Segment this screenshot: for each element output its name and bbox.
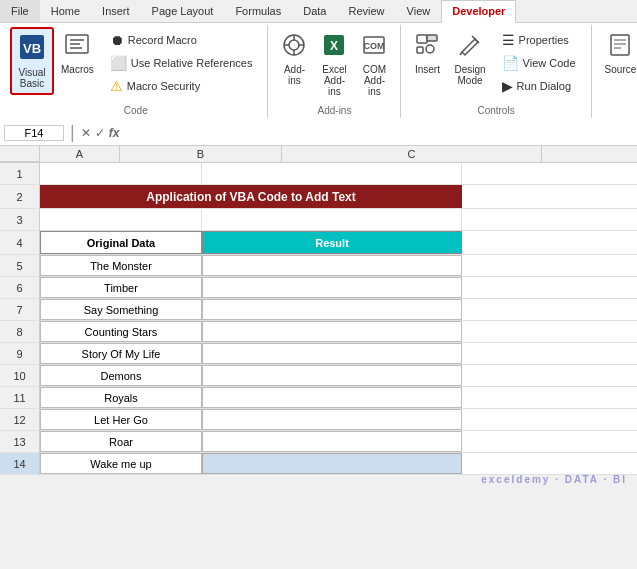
design-mode-button[interactable]: DesignMode: [447, 27, 492, 91]
cell-c13[interactable]: [202, 431, 462, 452]
cell-c9[interactable]: [202, 343, 462, 364]
row-header-6[interactable]: 6: [0, 277, 40, 299]
tab-data[interactable]: Data: [292, 0, 337, 22]
row-header-9[interactable]: 9: [0, 343, 40, 365]
design-mode-icon: [457, 32, 483, 62]
record-macro-button[interactable]: ⏺ Record Macro: [105, 29, 258, 51]
cell-c11[interactable]: [202, 387, 462, 408]
cancel-icon[interactable]: ✕: [81, 126, 91, 140]
tab-page-layout[interactable]: Page Layout: [141, 0, 225, 22]
tab-view[interactable]: View: [396, 0, 442, 22]
row-header-2[interactable]: 2: [0, 185, 40, 209]
table-row: Let Her Go: [40, 409, 637, 431]
col-header-c[interactable]: C: [282, 146, 542, 162]
row-header-10[interactable]: 10: [0, 365, 40, 387]
insert-label: Insert: [415, 64, 440, 75]
macro-options-group: ⏺ Record Macro ⬜ Use Relative References…: [101, 27, 262, 99]
row-header-7[interactable]: 7: [0, 299, 40, 321]
excel-add-ins-button[interactable]: X ExcelAdd-ins: [314, 27, 354, 102]
svg-rect-23: [611, 35, 629, 55]
tab-formulas[interactable]: Formulas: [224, 0, 292, 22]
view-code-button[interactable]: 📄 View Code: [497, 52, 581, 74]
tab-review[interactable]: Review: [337, 0, 395, 22]
cell-c4-header[interactable]: Result: [202, 231, 462, 254]
row-header-8[interactable]: 8: [0, 321, 40, 343]
cell-b14[interactable]: Wake me up: [40, 453, 202, 474]
cell-b10[interactable]: Demons: [40, 365, 202, 386]
svg-point-7: [289, 40, 299, 50]
cell-b7[interactable]: Say Something: [40, 299, 202, 320]
visual-basic-icon: VB: [18, 33, 46, 65]
row-header-11[interactable]: 11: [0, 387, 40, 409]
confirm-icon[interactable]: ✓: [95, 126, 105, 140]
cell-b6[interactable]: Timber: [40, 277, 202, 298]
cell-c14[interactable]: [202, 453, 462, 474]
row-header-14[interactable]: 14: [0, 453, 40, 475]
code-group-label: Code: [4, 105, 267, 116]
table-row: Timber: [40, 277, 637, 299]
record-macro-label: Record Macro: [128, 34, 197, 46]
code-group: VB VisualBasic Macros: [4, 25, 268, 118]
col-header-a[interactable]: A: [40, 146, 120, 162]
tab-developer[interactable]: Developer: [441, 0, 516, 23]
col-headers: A B C: [0, 146, 637, 163]
source-icon: [607, 32, 633, 62]
properties-button[interactable]: ☰ Properties: [497, 29, 581, 51]
cell-b11[interactable]: Royals: [40, 387, 202, 408]
relative-references-label: Use Relative References: [131, 57, 253, 69]
cell-c8[interactable]: [202, 321, 462, 342]
tab-insert[interactable]: Insert: [91, 0, 141, 22]
visual-basic-label: VisualBasic: [18, 67, 45, 89]
cell-c12[interactable]: [202, 409, 462, 430]
add-ins-group-content: Add-ins X ExcelAdd-ins C: [274, 27, 394, 116]
ribbon-content: VB VisualBasic Macros: [0, 23, 637, 120]
formula-input[interactable]: [123, 126, 633, 140]
add-ins-group: Add-ins X ExcelAdd-ins C: [268, 25, 401, 118]
tab-file[interactable]: File: [0, 0, 40, 22]
controls-group-content: Insert DesignMode ☰ Proper: [407, 27, 584, 116]
ribbon-tabs: File Home Insert Page Layout Formulas Da…: [0, 0, 637, 23]
macros-button[interactable]: Macros: [54, 27, 101, 80]
cell-title[interactable]: Application of VBA Code to Add Text: [40, 185, 462, 208]
name-box[interactable]: [4, 125, 64, 141]
cell-b8[interactable]: Counting Stars: [40, 321, 202, 342]
cell-c6[interactable]: [202, 277, 462, 298]
table-row: Original Data Result: [40, 231, 637, 255]
source-label: Source: [605, 64, 637, 75]
com-add-ins-button[interactable]: COM COMAdd-ins: [354, 27, 394, 102]
insert-control-button[interactable]: Insert: [407, 27, 447, 80]
cell-c1[interactable]: [202, 163, 462, 184]
macro-security-button[interactable]: ⚠ Macro Security: [105, 75, 258, 97]
table-row: Wake me up: [40, 453, 637, 475]
run-dialog-button[interactable]: ▶ Run Dialog: [497, 75, 581, 97]
cell-b1[interactable]: [40, 163, 202, 184]
row-header-13[interactable]: 13: [0, 431, 40, 453]
add-ins-button[interactable]: Add-ins: [274, 27, 314, 91]
tab-home[interactable]: Home: [40, 0, 91, 22]
macro-security-label: Macro Security: [127, 80, 200, 92]
cell-c3[interactable]: [202, 209, 462, 230]
cell-c7[interactable]: [202, 299, 462, 320]
source-button[interactable]: Source: [598, 27, 637, 80]
cell-b3[interactable]: [40, 209, 202, 230]
add-ins-group-label: Add-ins: [268, 105, 400, 116]
cell-b4-header[interactable]: Original Data: [40, 231, 202, 254]
cell-b12[interactable]: Let Her Go: [40, 409, 202, 430]
visual-basic-button[interactable]: VB VisualBasic: [10, 27, 54, 95]
row-header-5[interactable]: 5: [0, 255, 40, 277]
row-header-3[interactable]: 3: [0, 209, 40, 231]
row-header-4[interactable]: 4: [0, 231, 40, 255]
function-icon[interactable]: fx: [109, 126, 120, 140]
cell-b13[interactable]: Roar: [40, 431, 202, 452]
table-row: Royals: [40, 387, 637, 409]
cell-b5[interactable]: The Monster: [40, 255, 202, 276]
row-header-1[interactable]: 1: [0, 163, 40, 185]
col-header-b[interactable]: B: [120, 146, 282, 162]
macros-icon: [64, 32, 90, 62]
row-header-12[interactable]: 12: [0, 409, 40, 431]
relative-references-button[interactable]: ⬜ Use Relative References: [105, 52, 258, 74]
cell-c10[interactable]: [202, 365, 462, 386]
cell-b9[interactable]: Story Of My Life: [40, 343, 202, 364]
svg-text:VB: VB: [23, 41, 41, 56]
cell-c5[interactable]: [202, 255, 462, 276]
